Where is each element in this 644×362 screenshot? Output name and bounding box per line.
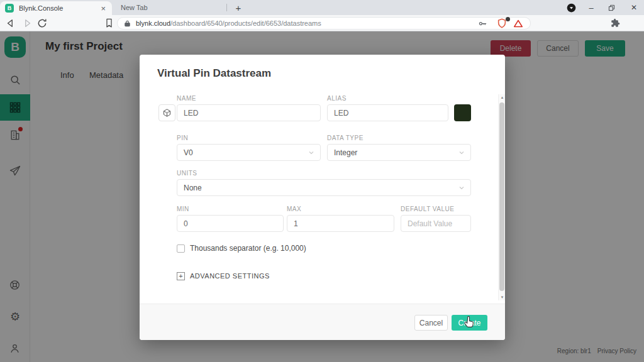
- pin-label: PIN: [177, 134, 188, 141]
- modal-footer: Cancel Create: [140, 304, 505, 340]
- key-icon[interactable]: [478, 19, 489, 30]
- advanced-settings-expand-icon[interactable]: +: [177, 272, 185, 280]
- min-label: MIN: [177, 206, 189, 212]
- color-swatch[interactable]: [454, 104, 471, 121]
- thousands-separator-checkbox[interactable]: [177, 244, 185, 253]
- back-icon[interactable]: [5, 18, 16, 29]
- mouse-cursor-hand: [462, 315, 476, 329]
- tab-title: New Tab: [121, 4, 219, 11]
- scroll-up-icon[interactable]: ▲: [499, 96, 506, 99]
- pin-value: V0: [184, 148, 193, 157]
- name-label: NAME: [177, 95, 196, 102]
- forward-icon[interactable]: [21, 18, 33, 29]
- address-bar[interactable]: blynk.cloud/dashboard/6540/products/edit…: [117, 17, 531, 30]
- alias-input[interactable]: [327, 104, 448, 121]
- close-button[interactable]: ✕: [626, 0, 641, 15]
- lock-icon: [124, 20, 131, 27]
- chevron-down-icon: [308, 149, 315, 156]
- datatype-value: Integer: [334, 148, 357, 157]
- modal-scrollbar[interactable]: ▲ ▼: [498, 94, 505, 300]
- browser-toolbar: blynk.cloud/dashboard/6540/products/edit…: [0, 15, 644, 31]
- tab-separator: [226, 4, 227, 11]
- url-text: blynk.cloud/dashboard/6540/products/edit…: [136, 19, 321, 27]
- virtual-pin-datastream-modal: Virtual Pin Datastream NAME ALIAS PIN DA…: [140, 55, 505, 340]
- modal-cancel-button[interactable]: Cancel: [414, 315, 448, 331]
- minimize-button[interactable]: –: [584, 0, 599, 15]
- datastream-type-button[interactable]: [158, 104, 175, 121]
- chevron-down-icon: [458, 184, 465, 192]
- units-select[interactable]: None: [177, 179, 471, 196]
- reload-icon[interactable]: [36, 18, 48, 29]
- scrollbar-thumb[interactable]: [499, 102, 504, 291]
- tab-title: Blynk.Console: [19, 4, 99, 12]
- plus-glyph: +: [177, 273, 184, 280]
- chevron-down-icon: [458, 149, 465, 156]
- name-input[interactable]: [177, 104, 321, 121]
- advanced-settings-label[interactable]: ADVANCED SETTINGS: [190, 272, 270, 280]
- max-label: MAX: [287, 206, 301, 212]
- browser-tabstrip: B Blynk.Console × New Tab + – ✕: [0, 0, 644, 15]
- pin-select[interactable]: V0: [177, 144, 321, 161]
- cube-icon: [162, 108, 172, 118]
- shield-badge: [506, 17, 510, 21]
- modal-title: Virtual Pin Datastream: [157, 67, 271, 80]
- adblock-shield-icon[interactable]: [497, 18, 508, 30]
- default-value-input[interactable]: [401, 215, 471, 232]
- bookmark-icon[interactable]: [104, 18, 115, 29]
- browser-tab-active[interactable]: B Blynk.Console ×: [0, 1, 112, 15]
- warning-triangle-icon[interactable]: [513, 19, 525, 30]
- profile-avatar[interactable]: [565, 0, 577, 15]
- blynk-favicon-icon: B: [5, 4, 14, 13]
- maximize-button[interactable]: [604, 0, 619, 15]
- datatype-select[interactable]: Integer: [327, 144, 471, 161]
- default-value-label: DEFAULT VALUE: [401, 206, 454, 212]
- max-input[interactable]: [287, 215, 394, 232]
- scroll-down-icon[interactable]: ▼: [499, 295, 506, 299]
- min-input[interactable]: [177, 215, 284, 232]
- thousands-separator-label: Thousands separator (e.g. 10,000): [190, 244, 306, 253]
- extensions-puzzle-icon[interactable]: [611, 18, 622, 30]
- alias-label: ALIAS: [327, 95, 347, 102]
- datatype-label: DATA TYPE: [327, 134, 364, 141]
- units-value: None: [184, 184, 202, 192]
- new-tab-button[interactable]: +: [231, 2, 245, 13]
- tab-close-icon[interactable]: ×: [99, 4, 107, 13]
- browser-tab-newtab[interactable]: New Tab: [114, 0, 225, 15]
- units-label: UNITS: [177, 170, 197, 177]
